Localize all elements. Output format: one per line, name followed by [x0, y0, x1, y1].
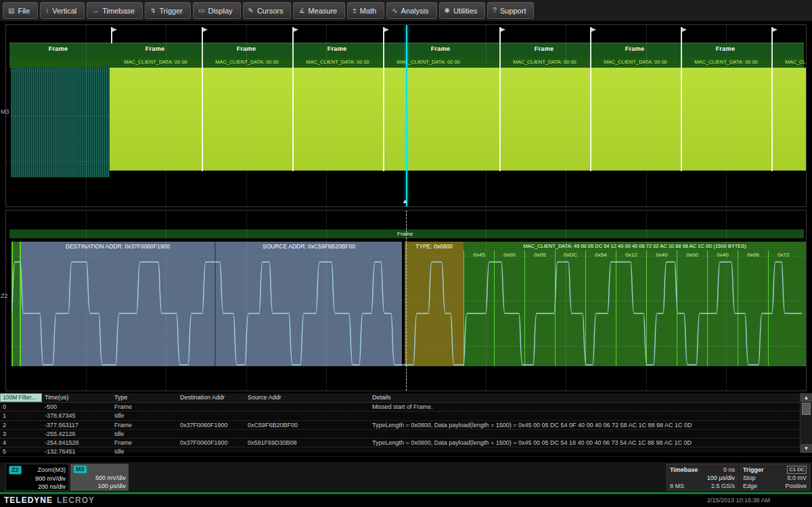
- timebase-scale: 100 μs/div: [670, 474, 735, 482]
- trace-tag-m3[interactable]: M3: [1, 108, 9, 115]
- trigger-descriptor-box[interactable]: Trigger C1 DC Stop 0.0 mV Edge Positive: [740, 464, 810, 491]
- menu-button[interactable]: ↯ Trigger: [145, 2, 191, 19]
- menu-button[interactable]: ↔ Timebase: [87, 2, 143, 19]
- scroll-thumb[interactable]: [802, 403, 811, 415]
- frame-label: Frame: [431, 45, 451, 52]
- frame-flag-marker: [498, 27, 505, 43]
- z2-vdiv: 900 mV/div: [9, 475, 66, 483]
- timebase-descriptor-box[interactable]: Timebase 0 ns 100 μs/div 8 MS 2.5 GS/s: [667, 464, 738, 491]
- flag-pole: [499, 27, 501, 43]
- cell-type: Frame: [112, 439, 177, 447]
- cell-details: [369, 447, 800, 456]
- flag-pole: [111, 27, 112, 43]
- menu-icon: ▭: [198, 7, 204, 14]
- cell-index: 3: [0, 430, 42, 438]
- menu-icon: ∿: [392, 7, 397, 14]
- timebase-rate: 2.5 GS/s: [711, 482, 735, 490]
- cell-index: 1: [0, 412, 42, 420]
- frame-label: Frame: [716, 45, 736, 52]
- col-source: Source Addr: [245, 393, 369, 402]
- col-type: Type: [112, 393, 177, 402]
- cell-time: -255.42126: [42, 430, 112, 438]
- menu-button[interactable]: ▤ File: [3, 2, 38, 19]
- flag-pennant: [591, 28, 596, 33]
- cell-details: TypeLength = 0x0800, Data payload(length…: [369, 439, 800, 447]
- byte-cell: 0x40: [646, 250, 677, 366]
- scroll-down-button[interactable]: ▼: [800, 444, 812, 453]
- menu-button[interactable]: ∿ Analysis: [386, 2, 436, 19]
- menu-button[interactable]: ± Math: [347, 2, 384, 19]
- cell-details: TypeLength = 0x0800, Data payload(length…: [369, 421, 800, 429]
- cell-details: [369, 430, 800, 438]
- byte-cell: 0x06: [738, 250, 768, 366]
- menu-label: Utilities: [453, 7, 477, 15]
- table-row[interactable]: 2 -377.563117 Frame 0x37F0060F1900 0xC59…: [0, 421, 812, 430]
- zoom-waveform-panel[interactable]: Frame DESTINATION ADDR: 0x37F0060F1900 S…: [5, 210, 807, 391]
- cell-source: 0xC59F6B20BF00: [245, 421, 369, 429]
- mac-data-label: MAC_CLIENT_DATA: 00 00: [202, 59, 292, 65]
- z2-descriptor-box[interactable]: Z2 Zoom(M3) 900 mV/div 200 ns/div: [5, 464, 69, 491]
- cell-destination: [177, 412, 245, 420]
- byte-cell: 0x40: [707, 250, 738, 366]
- menu-label: Trigger: [160, 7, 183, 15]
- cell-time: -132.76451: [42, 447, 112, 456]
- byte-cell: 0x05: [524, 250, 555, 366]
- frame-flag-marker: [679, 27, 686, 43]
- cell-index: 0: [0, 403, 42, 411]
- table-row[interactable]: 0 -500 Frame Missed start of Frame.: [0, 403, 812, 412]
- menu-button[interactable]: ∡ Measure: [293, 2, 345, 19]
- menu-label: Cursors: [257, 7, 284, 15]
- col-time: Time(us): [42, 393, 112, 402]
- zoom-position-indicator: ▲: [402, 198, 408, 204]
- trigger-mode: Stop: [743, 474, 756, 482]
- menu-button[interactable]: ✎ Cursors: [243, 2, 292, 19]
- m3-vdiv: 500 mV/div: [73, 474, 126, 482]
- m3-badge: M3: [73, 465, 87, 474]
- cell-index: 5: [0, 447, 42, 456]
- top-waveform-panel[interactable]: FrameFrameFrameFrameFrameFrameFrameFrame…: [5, 24, 807, 207]
- mac-data-label: MAC_CLIENT_DATA: 00 00: [772, 59, 807, 65]
- table-row[interactable]: 5 -132.76451 Idle: [0, 447, 812, 456]
- menu-button[interactable]: ? Support: [487, 2, 534, 19]
- cell-type: Idle: [112, 430, 177, 438]
- mac-data-label: MAC_CLIENT_DATA: 00 00: [591, 59, 680, 65]
- menu-button[interactable]: ✱ Utilities: [439, 2, 486, 19]
- frame-label: Frame: [625, 45, 645, 52]
- table-row[interactable]: 4 -254.841528 Frame 0x37F0060F1900 0x591…: [0, 439, 812, 447]
- trigger-source-icon: C1 DC: [787, 466, 807, 474]
- payload-block: [110, 68, 806, 171]
- frame-label: Frame: [535, 45, 554, 52]
- menu-label: Display: [208, 7, 232, 15]
- flag-pole: [292, 27, 294, 43]
- table-scrollbar[interactable]: ▲ ▼: [800, 393, 812, 453]
- filter-dropdown[interactable]: 100M Filter...: [0, 393, 42, 402]
- frame-flag-marker: [589, 27, 595, 43]
- table-row[interactable]: 1 -378.67345 Idle: [0, 412, 812, 420]
- cell-type: Idle: [112, 447, 177, 456]
- menu-label: Timebase: [102, 7, 135, 15]
- brand-teledyne: TELEDYNE: [4, 495, 53, 505]
- flag-pole: [383, 27, 384, 43]
- brand-logo: TELEDYNELECROY: [4, 495, 95, 505]
- flag-pennant: [682, 28, 687, 33]
- menu-label: Support: [500, 7, 526, 15]
- flag-pennant: [294, 28, 298, 33]
- decode-field-sfd: [12, 242, 21, 366]
- cell-destination: [177, 430, 245, 438]
- menu-button[interactable]: ▭ Display: [193, 2, 241, 19]
- frame-flag-marker: [200, 27, 207, 43]
- trace-tag-z2[interactable]: Z2: [1, 292, 8, 299]
- cell-details: [369, 412, 800, 420]
- menu-button[interactable]: ↕ Vertical: [40, 2, 85, 19]
- flag-pennant: [203, 28, 208, 33]
- zoom-frame-tag: Frame: [397, 231, 413, 237]
- frame-flag-marker: [291, 27, 298, 43]
- menu-label: Analysis: [401, 7, 429, 15]
- z2-hdiv: 200 ns/div: [9, 483, 66, 491]
- m3-descriptor-box[interactable]: M3 500 mV/div 100 μs/div: [70, 464, 129, 491]
- menu-icon: ±: [353, 7, 357, 14]
- scroll-up-button[interactable]: ▲: [800, 393, 812, 402]
- cell-destination: 0x37F0060F1900: [177, 421, 245, 429]
- table-row[interactable]: 3 -255.42126 Idle: [0, 430, 812, 439]
- decode-field-type: TYPE: 0x0800: [405, 242, 464, 366]
